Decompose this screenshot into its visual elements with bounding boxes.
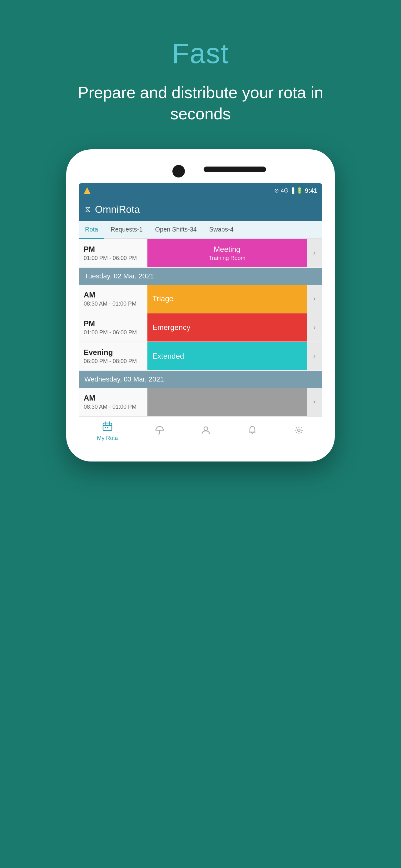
- shift-time-pm-emergency: PM 01:00 PM - 06:00 PM: [79, 313, 147, 342]
- day-header-wednesday: Wednesday, 03 Mar, 2021: [79, 371, 322, 388]
- status-bar: ⊘ 4G ▐ 🔋 9:41: [79, 183, 322, 198]
- shift-row-meeting[interactable]: PM 01:00 PM - 06:00 PM Meeting Training …: [79, 239, 322, 267]
- period-pm-emergency: PM: [84, 319, 142, 328]
- chevron-emergency[interactable]: ›: [307, 313, 322, 342]
- shift-label-wed-am: [147, 388, 307, 416]
- nav-item-notifications[interactable]: [247, 425, 257, 438]
- tab-requests[interactable]: Requests-1: [104, 221, 149, 239]
- battery-icon: 🔋: [296, 187, 303, 194]
- bell-icon: [247, 425, 257, 438]
- network-label: 4G: [281, 187, 288, 194]
- gear-icon: [294, 425, 304, 438]
- person-icon: [201, 425, 211, 438]
- chevron-wed-am[interactable]: ›: [307, 388, 322, 416]
- status-left: [84, 187, 91, 194]
- meeting-label: Meeting: [213, 245, 240, 254]
- phone-top-bar: [79, 165, 322, 180]
- hours-am-triage: 08:30 AM - 01:00 PM: [84, 301, 142, 307]
- shift-row-triage[interactable]: AM 08:30 AM - 01:00 PM Triage ›: [79, 285, 322, 313]
- svg-point-9: [298, 429, 300, 432]
- period-pm: PM: [84, 245, 142, 254]
- extended-label: Extended: [153, 352, 184, 361]
- shift-row-emergency[interactable]: PM 01:00 PM - 06:00 PM Emergency ›: [79, 313, 322, 342]
- app-title: OmniRota: [95, 204, 140, 215]
- no-sim-icon: ⊘: [274, 187, 279, 194]
- svg-point-7: [204, 427, 208, 431]
- hours-pm: 01:00 PM - 06:00 PM: [84, 255, 142, 261]
- clock: 9:41: [305, 187, 317, 194]
- period-evening: Evening: [84, 348, 142, 357]
- svg-rect-4: [105, 427, 106, 428]
- tabs-bar: Rota Requests-1 Open Shifts-34 Swaps-4: [79, 221, 322, 239]
- shift-time-pm: PM 01:00 PM - 06:00 PM: [79, 239, 147, 267]
- chevron-triage[interactable]: ›: [307, 285, 322, 313]
- hero-title: Fast: [172, 37, 229, 70]
- shift-row-wed-am[interactable]: AM 08:30 AM - 01:00 PM ›: [79, 388, 322, 416]
- svg-rect-5: [107, 427, 108, 428]
- period-wed-am: AM: [84, 394, 142, 402]
- period-am-triage: AM: [84, 290, 142, 299]
- status-right: ⊘ 4G ▐ 🔋 9:41: [274, 187, 317, 194]
- shift-row-extended[interactable]: Evening 06:00 PM - 08:00 PM Extended ›: [79, 342, 322, 370]
- hero-subtitle: Prepare and distribute your rota in seco…: [60, 82, 341, 124]
- hours-wed-am: 08:30 AM - 01:00 PM: [84, 404, 142, 410]
- chevron-meeting[interactable]: ›: [307, 239, 322, 267]
- schedule-content: PM 01:00 PM - 06:00 PM Meeting Training …: [79, 239, 322, 416]
- shift-label-emergency: Emergency: [147, 313, 307, 342]
- bottom-nav: My Rota: [79, 416, 322, 446]
- shift-label-meeting: Meeting Training Room: [147, 239, 307, 267]
- shift-time-am-triage: AM 08:30 AM - 01:00 PM: [79, 285, 147, 313]
- phone-mockup: ⊘ 4G ▐ 🔋 9:41 ⧖ OmniRota Rota Requests-1…: [66, 149, 335, 462]
- nav-label-my-rota: My Rota: [97, 435, 118, 441]
- tab-open-shifts[interactable]: Open Shifts-34: [149, 221, 203, 239]
- shift-label-triage: Triage: [147, 285, 307, 313]
- app-header: ⧖ OmniRota: [79, 198, 322, 221]
- shift-time-wed-am: AM 08:30 AM - 01:00 PM: [79, 388, 147, 416]
- hours-pm-emergency: 01:00 PM - 06:00 PM: [84, 329, 142, 336]
- phone-speaker: [204, 166, 266, 172]
- tab-swaps[interactable]: Swaps-4: [203, 221, 240, 239]
- nav-item-settings[interactable]: [294, 425, 304, 438]
- filter-icon: ⧖: [85, 205, 91, 214]
- hours-evening: 06:00 PM - 08:00 PM: [84, 358, 142, 365]
- phone-camera: [172, 165, 185, 178]
- shift-time-evening: Evening 06:00 PM - 08:00 PM: [79, 342, 147, 370]
- chevron-extended[interactable]: ›: [307, 342, 322, 370]
- umbrella-icon: [155, 425, 165, 438]
- calendar-icon: [102, 421, 112, 434]
- day-header-tuesday: Tuesday, 02 Mar, 2021: [79, 268, 322, 285]
- emergency-label: Emergency: [153, 323, 190, 332]
- signal-icon: ▐: [290, 187, 294, 194]
- nav-item-my-rota[interactable]: My Rota: [97, 421, 118, 441]
- phone-screen: ⊘ 4G ▐ 🔋 9:41 ⧖ OmniRota Rota Requests-1…: [79, 183, 322, 446]
- shift-label-extended: Extended: [147, 342, 307, 370]
- meeting-sublabel: Training Room: [209, 255, 245, 261]
- triage-label: Triage: [153, 294, 173, 303]
- warning-icon: [84, 187, 91, 194]
- nav-item-holidays[interactable]: [155, 425, 165, 438]
- tab-rota[interactable]: Rota: [79, 221, 104, 239]
- nav-item-profile[interactable]: [201, 425, 211, 438]
